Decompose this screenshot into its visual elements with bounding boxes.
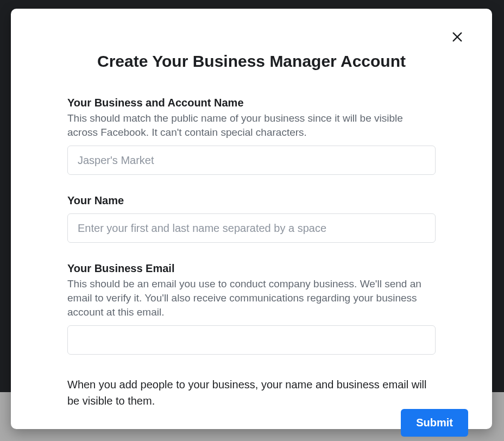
visibility-note: When you add people to your business, yo…	[67, 376, 436, 409]
close-button[interactable]	[449, 28, 466, 46]
business-email-helper: This should be an email you use to condu…	[67, 277, 436, 319]
business-name-helper: This should match the public name of you…	[67, 111, 436, 139]
create-business-manager-modal: Create Your Business Manager Account You…	[11, 9, 492, 429]
your-name-label: Your Name	[67, 194, 436, 207]
business-email-label: Your Business Email	[67, 262, 436, 275]
form-content: Your Business and Account Name This shou…	[11, 97, 492, 409]
modal-title: Create Your Business Manager Account	[11, 52, 492, 71]
business-name-group: Your Business and Account Name This shou…	[67, 97, 436, 175]
modal-footer: Submit	[11, 409, 492, 437]
business-email-group: Your Business Email This should be an em…	[67, 262, 436, 355]
submit-button[interactable]: Submit	[401, 409, 468, 437]
close-icon	[451, 31, 463, 43]
your-name-group: Your Name	[67, 194, 436, 243]
business-name-input[interactable]	[67, 146, 436, 175]
business-name-label: Your Business and Account Name	[67, 97, 436, 109]
business-email-input[interactable]	[67, 325, 436, 355]
your-name-input[interactable]	[67, 213, 436, 243]
